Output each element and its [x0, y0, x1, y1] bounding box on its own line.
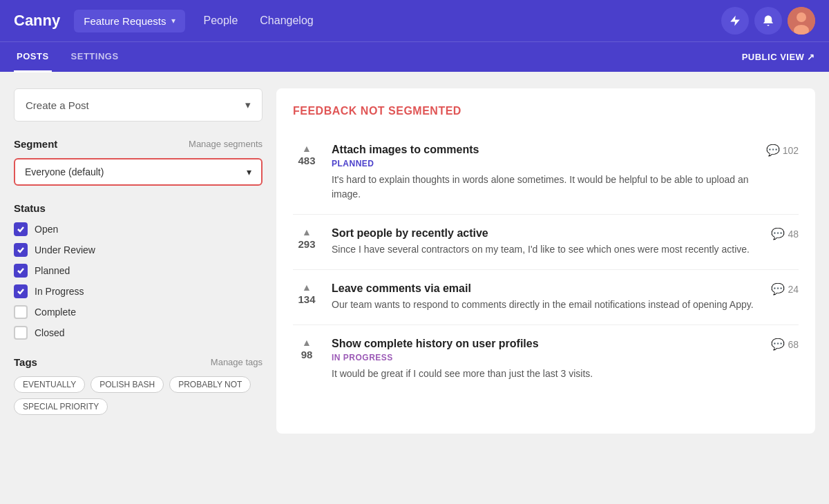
comment-icon: 💬 — [771, 282, 785, 295]
lightning-icon-button[interactable] — [721, 7, 749, 35]
vote-count: 293 — [298, 238, 315, 250]
post-title: Show complete history on user profiles — [332, 338, 760, 350]
status-complete-label: Complete — [35, 307, 76, 318]
tag-probably-not[interactable]: PROBABLY NOT — [169, 376, 251, 393]
tag-eventually[interactable]: EVENTUALLY — [14, 376, 85, 393]
people-nav-link[interactable]: People — [192, 14, 249, 27]
post-item[interactable]: ▲ 293 Sort people by recently active Sin… — [293, 215, 799, 270]
status-complete-checkbox[interactable] — [14, 305, 28, 319]
segment-select[interactable]: Everyone (default) ▾ — [14, 158, 263, 186]
panel-title: FEEDBACK NOT SEGMENTED — [293, 105, 799, 117]
comment-count: 68 — [788, 339, 799, 350]
post-body: Attach images to comments PLANNED It's h… — [332, 144, 755, 202]
vote-block: ▲ 483 — [293, 144, 321, 166]
status-open-row: Open — [14, 222, 263, 236]
status-planned-checkbox[interactable] — [14, 264, 28, 278]
post-description: It would be great if I could see more th… — [332, 367, 760, 381]
post-comments: 💬 48 — [771, 227, 799, 240]
tags-title: Tags — [14, 356, 37, 368]
user-avatar[interactable] — [788, 7, 815, 35]
upvote-arrow-icon[interactable]: ▲ — [302, 144, 312, 153]
changelog-nav-link[interactable]: Changelog — [249, 14, 324, 27]
nav-icons — [721, 7, 815, 35]
segment-title: Segment — [14, 138, 57, 150]
post-comments: 💬 102 — [766, 144, 799, 157]
avatar-image — [788, 7, 815, 35]
sub-nav: POSTS SETTINGS PUBLIC VIEW ↗ — [0, 41, 829, 72]
status-planned-row: Planned — [14, 264, 263, 278]
status-closed-row: Closed — [14, 326, 263, 340]
status-planned-label: Planned — [35, 265, 70, 276]
svg-point-2 — [797, 12, 806, 22]
public-view-link[interactable]: PUBLIC VIEW ↗ — [742, 52, 815, 62]
lightning-icon — [729, 14, 741, 27]
status-under-review-row: Under Review — [14, 243, 263, 257]
sidebar: Create a Post ▾ Segment Manage segments … — [14, 88, 263, 434]
post-comments: 💬 68 — [771, 338, 799, 351]
create-post-chevron-icon: ▾ — [245, 99, 251, 111]
vote-count: 98 — [301, 349, 313, 360]
status-open-label: Open — [35, 224, 58, 235]
segment-chevron-icon: ▾ — [247, 166, 251, 177]
tag-special-priority[interactable]: SPECIAL PRIORITY — [14, 398, 108, 415]
comment-icon: 💬 — [771, 227, 785, 240]
status-section: Status Open Under Review Planned — [14, 202, 263, 340]
status-in-progress-checkbox[interactable] — [14, 284, 28, 298]
post-comments: 💬 24 — [771, 282, 799, 295]
comment-count: 24 — [788, 284, 799, 295]
post-body: Show complete history on user profiles I… — [332, 338, 760, 381]
post-item[interactable]: ▲ 483 Attach images to comments PLANNED … — [293, 131, 799, 215]
comment-count: 102 — [783, 145, 799, 156]
bell-icon — [762, 14, 774, 27]
post-title: Sort people by recently active — [332, 227, 760, 240]
tag-polish-bash[interactable]: POLISH BASH — [90, 376, 164, 393]
manage-tags-link[interactable]: Manage tags — [211, 357, 263, 367]
upvote-arrow-icon[interactable]: ▲ — [302, 227, 312, 237]
status-open-checkbox[interactable] — [14, 222, 28, 236]
vote-block: ▲ 98 — [293, 338, 321, 360]
create-post-button[interactable]: Create a Post ▾ — [14, 88, 263, 122]
posts-panel: FEEDBACK NOT SEGMENTED ▲ 483 Attach imag… — [276, 88, 815, 434]
status-under-review-checkbox[interactable] — [14, 243, 28, 257]
chevron-down-icon: ▾ — [171, 16, 175, 26]
post-body: Sort people by recently active Since I h… — [332, 227, 760, 257]
posts-tab[interactable]: POSTS — [14, 42, 52, 72]
post-title: Leave comments via email — [332, 282, 760, 295]
main-content: Create a Post ▾ Segment Manage segments … — [0, 72, 829, 450]
post-item[interactable]: ▲ 134 Leave comments via email Our team … — [293, 270, 799, 325]
feature-requests-button[interactable]: Feature Requests ▾ — [74, 10, 185, 32]
status-title: Status — [14, 202, 263, 214]
tags-header: Tags Manage tags — [14, 356, 263, 368]
post-status: IN PROGRESS — [332, 353, 760, 362]
svg-marker-0 — [730, 16, 740, 26]
comment-icon: 💬 — [766, 144, 780, 157]
comment-count: 48 — [788, 229, 799, 240]
bell-icon-button[interactable] — [754, 7, 782, 35]
status-closed-checkbox[interactable] — [14, 326, 28, 340]
post-description: Our team wants to respond to comments di… — [332, 298, 760, 312]
feature-requests-label: Feature Requests — [84, 15, 166, 27]
vote-count: 134 — [298, 293, 315, 305]
upvote-arrow-icon[interactable]: ▲ — [302, 282, 312, 292]
settings-tab[interactable]: SETTINGS — [68, 42, 122, 72]
post-item[interactable]: ▲ 98 Show complete history on user profi… — [293, 325, 799, 394]
vote-block: ▲ 293 — [293, 227, 321, 250]
tags-section: Tags Manage tags EVENTUALLY POLISH BASH … — [14, 356, 263, 415]
tags-list: EVENTUALLY POLISH BASH PROBABLY NOT SPEC… — [14, 376, 263, 415]
upvote-arrow-icon[interactable]: ▲ — [302, 338, 312, 347]
create-post-label: Create a Post — [26, 99, 89, 111]
status-in-progress-label: In Progress — [35, 286, 84, 297]
status-complete-row: Complete — [14, 305, 263, 319]
segment-selected-value: Everyone (default) — [25, 166, 104, 177]
post-description: Since I have several contractors on my t… — [332, 242, 760, 257]
post-body: Leave comments via email Our team wants … — [332, 282, 760, 312]
vote-count: 483 — [298, 155, 315, 166]
status-in-progress-row: In Progress — [14, 284, 263, 298]
manage-segments-link[interactable]: Manage segments — [189, 139, 263, 149]
post-description: It's hard to explain thoughts in words a… — [332, 173, 755, 202]
vote-block: ▲ 134 — [293, 282, 321, 305]
segment-section-header: Segment Manage segments — [14, 138, 263, 150]
comment-icon: 💬 — [771, 338, 785, 351]
top-nav: Canny Feature Requests ▾ People Changelo… — [0, 0, 829, 41]
post-status: PLANNED — [332, 159, 755, 168]
